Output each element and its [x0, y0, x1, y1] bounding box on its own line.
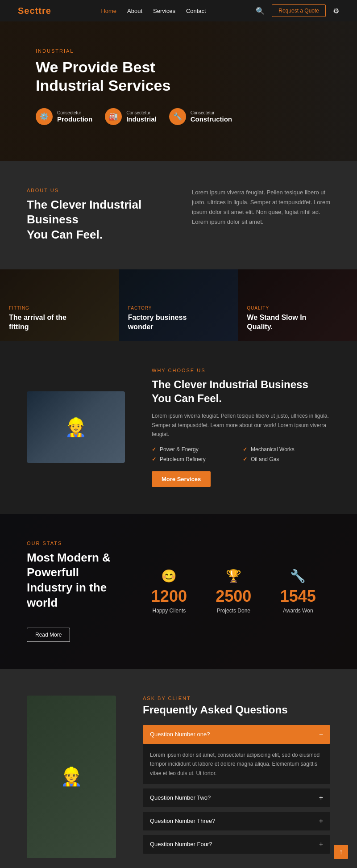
card-tag-1: FITTING — [9, 306, 110, 310]
why-feature-3: Petroleum Refinery — [152, 456, 239, 462]
hero-section: INDUSTRIAL We Provide Best Industrial Se… — [0, 21, 357, 161]
hero-content: INDUSTRIAL We Provide Best Industrial Se… — [36, 48, 321, 125]
stat-number-1: 1200 — [151, 587, 187, 606]
faq-question-text-4: Question Number Four? — [150, 841, 212, 847]
hero-badge-production: ⚙️ Consectetur Production — [36, 108, 92, 125]
faq-item-4: Question Number Four? + — [143, 835, 330, 854]
card-fitting-content: FITTING The arrival of the fitting — [9, 306, 110, 332]
card-tag-2: FACTORY — [128, 306, 229, 310]
why-section: 👷 Why Choose Us The Clever Industrial Bu… — [0, 341, 357, 514]
industrial-icon: 🏭 — [105, 108, 122, 125]
logo-text: Secttre — [18, 6, 51, 16]
production-icon: ⚙️ — [36, 108, 53, 125]
faq-item-1: Question Number one? − Lorem ipsum dolor… — [143, 725, 330, 784]
logo[interactable]: Secttre — [18, 6, 51, 16]
hero-tag: INDUSTRIAL — [36, 48, 321, 54]
navbar: Secttre Home About Services Contact 🔍 Re… — [0, 0, 357, 21]
hero-heading: We Provide Best Industrial Services — [36, 58, 321, 95]
card-title-2: Factory business wonder — [128, 313, 229, 332]
more-services-button[interactable]: More Services — [152, 471, 211, 487]
projects-done-icon: 🏆 — [216, 569, 251, 583]
settings-icon[interactable]: ⚙ — [333, 7, 339, 15]
faq-item-3: Question Number Three? + — [143, 812, 330, 830]
why-body: Lorem ipsum viverra feugiat. Pellen tesi… — [152, 411, 330, 439]
back-to-top-button[interactable]: ↑ — [334, 845, 348, 859]
stats-section: Our Stats Most Modern & Powerfull Indust… — [0, 514, 357, 669]
faq-question-text-3: Question Number Three? — [150, 818, 215, 824]
card-factory: FACTORY Factory business wonder — [119, 269, 238, 341]
stat-number-3: 1545 — [280, 587, 316, 606]
nav-about[interactable]: About — [127, 8, 142, 14]
construction-icon: 🔧 — [169, 108, 186, 125]
card-tag-3: QUALITY — [247, 306, 348, 310]
stat-label-1: Happy Clients — [151, 608, 187, 614]
faq-expand-icon-2: + — [319, 794, 323, 802]
why-feature-2: Mechanical Works — [243, 446, 330, 453]
card-quality: QUALITY We Stand Slow In Quality. — [238, 269, 357, 341]
faq-section: 👷 Ask By Client Frequently Asked Questio… — [0, 669, 357, 868]
faq-collapse-icon-1: − — [319, 730, 323, 738]
badge-small-2: Consectetur — [126, 110, 157, 115]
badge-big-1: Production — [57, 115, 92, 123]
stat-awards-won: 🔧 1545 Awards Won — [280, 569, 316, 614]
hero-badge-industrial: 🏭 Consectetur Industrial — [105, 108, 157, 125]
navbar-right: 🔍 Request a Quote ⚙ — [256, 4, 339, 17]
faq-content: Ask By Client Frequently Asked Questions… — [143, 696, 330, 858]
why-image-inner: 👷 — [27, 391, 125, 463]
stats-tag: Our Stats — [27, 541, 124, 546]
nav-home[interactable]: Home — [101, 8, 116, 14]
stat-happy-clients: 😊 1200 Happy Clients — [151, 569, 187, 614]
about-body: Lorem ipsum viverra feugiat. Pellen tesi… — [192, 188, 330, 243]
nav-links: Home About Services Contact — [101, 8, 206, 14]
card-title-3: We Stand Slow In Quality. — [247, 313, 348, 332]
faq-question-text-2: Question Number Two? — [150, 794, 211, 801]
faq-question-text-1: Question Number one? — [150, 731, 210, 738]
faq-question-4[interactable]: Question Number Four? + — [143, 835, 330, 854]
cards-section: FITTING The arrival of the fitting FACTO… — [0, 269, 357, 341]
faq-image: 👷 — [27, 696, 116, 858]
stats-heading: Most Modern & Powerfull Industry in the … — [27, 550, 124, 611]
faq-expand-icon-4: + — [319, 840, 323, 848]
why-features: Power & Energy Mechanical Works Petroleu… — [152, 446, 330, 462]
faq-answer-1: Lorem ipsum dolor sit amet, consectetur … — [143, 744, 330, 784]
hero-badge-construction: 🔧 Consectetur Construction — [169, 108, 232, 125]
stats-left: Our Stats Most Modern & Powerfull Indust… — [27, 541, 124, 642]
about-tag: About Us — [27, 188, 165, 193]
about-section: About Us The Clever Industrial Business … — [0, 161, 357, 269]
stats-right: 😊 1200 Happy Clients 🏆 2500 Projects Don… — [137, 569, 330, 614]
card-title-1: The arrival of the fitting — [9, 313, 110, 332]
stat-label-2: Projects Done — [216, 608, 251, 614]
stat-label-3: Awards Won — [280, 608, 316, 614]
faq-item-2: Question Number Two? + — [143, 788, 330, 807]
read-more-button[interactable]: Read More — [27, 628, 70, 642]
card-quality-content: QUALITY We Stand Slow In Quality. — [247, 306, 348, 332]
why-feature-4: Oil and Gas — [243, 456, 330, 462]
faq-question-2[interactable]: Question Number Two? + — [143, 788, 330, 807]
faq-tag: Ask By Client — [143, 696, 330, 701]
card-fitting: FITTING The arrival of the fitting — [0, 269, 119, 341]
about-heading: The Clever Industrial Business You Can F… — [27, 197, 165, 243]
card-factory-content: FACTORY Factory business wonder — [128, 306, 229, 332]
badge-big-2: Industrial — [126, 115, 157, 123]
why-content: Why Choose Us The Clever Industrial Busi… — [152, 368, 330, 487]
badge-small-1: Consectetur — [57, 110, 92, 115]
faq-expand-icon-3: + — [319, 817, 323, 825]
nav-contact[interactable]: Contact — [186, 8, 206, 14]
nav-services[interactable]: Services — [153, 8, 175, 14]
why-heading: The Clever Industrial Business You Can F… — [152, 377, 330, 405]
why-feature-1: Power & Energy — [152, 446, 239, 453]
faq-heading: Frequently Asked Questions — [143, 704, 330, 716]
stat-projects-done: 🏆 2500 Projects Done — [216, 569, 251, 614]
faq-question-3[interactable]: Question Number Three? + — [143, 812, 330, 830]
awards-won-icon: 🔧 — [280, 569, 316, 583]
search-icon[interactable]: 🔍 — [256, 7, 265, 15]
quote-button[interactable]: Request a Quote — [272, 4, 326, 17]
stat-number-2: 2500 — [216, 587, 251, 606]
faq-question-1[interactable]: Question Number one? − — [143, 725, 330, 744]
why-tag: Why Choose Us — [152, 368, 330, 373]
why-image: 👷 — [27, 391, 125, 463]
happy-clients-icon: 😊 — [151, 569, 187, 583]
about-left: About Us The Clever Industrial Business … — [27, 188, 165, 243]
badge-big-3: Construction — [191, 115, 232, 123]
hero-badges: ⚙️ Consectetur Production 🏭 Consectetur … — [36, 108, 321, 125]
